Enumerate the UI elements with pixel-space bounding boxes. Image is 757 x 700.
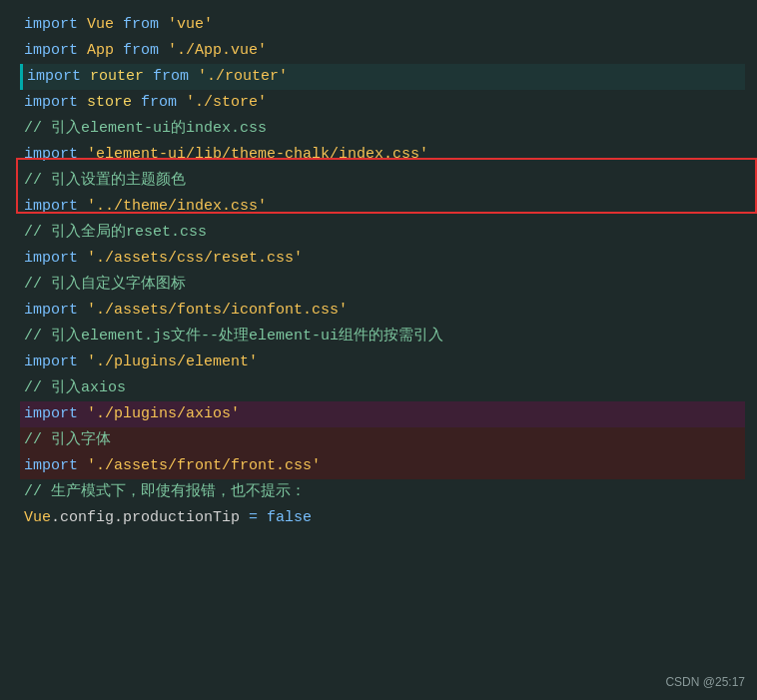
code-line: // 引入自定义字体图标	[20, 272, 745, 298]
code-line: // 引入element-ui的index.css	[20, 116, 745, 142]
code-line: // 生产模式下，即使有报错，也不提示：	[20, 479, 745, 505]
code-line: // 引入axios	[20, 375, 745, 401]
code-line: // 引入element.js文件--处理element-ui组件的按需引入	[20, 324, 745, 350]
code-line: import './assets/fonts/iconfont.css'	[20, 298, 745, 324]
code-line: import './assets/css/reset.css'	[20, 246, 745, 272]
code-line: import './assets/front/front.css'	[20, 453, 745, 479]
code-line: import App from './App.vue'	[20, 38, 745, 64]
code-line: import store from './store'	[20, 90, 745, 116]
code-line: import router from './router'	[20, 64, 745, 90]
code-line: import Vue from 'vue'	[20, 12, 745, 38]
code-line: // 引入全局的reset.css	[20, 220, 745, 246]
code-line: import './plugins/axios'	[20, 401, 745, 427]
code-line: import './plugins/element'	[20, 350, 745, 375]
code-line: // 引入设置的主题颜色	[20, 168, 745, 194]
code-line: import 'element-ui/lib/theme-chalk/index…	[20, 142, 745, 168]
code-line: Vue.config.productionTip = false	[20, 505, 745, 531]
code-line: // 引入字体	[20, 427, 745, 453]
watermark: CSDN @25:17	[665, 673, 745, 692]
code-editor: import Vue from 'vue'import App from './…	[0, 8, 757, 535]
code-line: import '../theme/index.css'	[20, 194, 745, 220]
